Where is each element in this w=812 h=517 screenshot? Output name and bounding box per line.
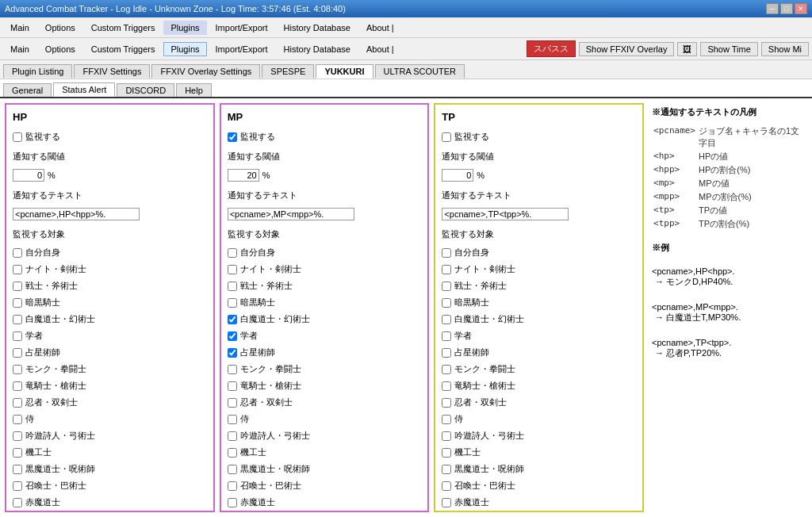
- info-panel: ※通知するテキストの凡例<pcname>ジョブ名＋キャラ名の1文字目<hp>HP…: [649, 103, 807, 512]
- tp-panel-target-checkbox-2[interactable]: [442, 281, 451, 291]
- menu-item-about[interactable]: About |: [359, 21, 401, 35]
- spas-button[interactable]: スパスス: [527, 40, 576, 57]
- menu-item-customtriggers[interactable]: Custom Triggers: [84, 21, 163, 35]
- sub-tab-help[interactable]: Help: [176, 83, 212, 97]
- tp-panel-target-checkbox-3[interactable]: [442, 298, 451, 308]
- nav-plugins[interactable]: Plugins: [163, 42, 206, 56]
- hp-panel-target-checkbox-8[interactable]: [13, 381, 22, 391]
- info-table-row: <hpp>HPの割合(%): [652, 163, 804, 177]
- tp-panel-target-checkbox-9[interactable]: [442, 398, 451, 408]
- mp-panel-target-row: 吟遊詩人・弓術士: [228, 430, 422, 442]
- plugin-tab-ffxiv-overlay-settings[interactable]: FFXIV Overlay Settings: [151, 64, 260, 79]
- menu-item-main[interactable]: Main: [3, 21, 36, 35]
- mp-panel-target-row: 暗黒騎士: [228, 297, 422, 308]
- mp-panel-target-checkbox-14[interactable]: [228, 481, 237, 491]
- plugin-tab-spespe[interactable]: SPESPE: [262, 64, 314, 79]
- hp-panel-notify-input[interactable]: [13, 208, 140, 220]
- hp-panel-target-checkbox-12[interactable]: [13, 448, 22, 458]
- tp-panel-target-checkbox-13[interactable]: [442, 465, 451, 474]
- nav-main[interactable]: Main: [3, 42, 36, 56]
- nav-options[interactable]: Options: [38, 42, 82, 56]
- tp-panel-notify-input[interactable]: [442, 208, 569, 220]
- nav-custom-triggers[interactable]: Custom Triggers: [84, 42, 163, 56]
- tp-panel-target-checkbox-15[interactable]: [442, 498, 451, 507]
- hp-panel-target-checkbox-0[interactable]: [13, 248, 22, 258]
- nav-about--[interactable]: About |: [359, 42, 401, 56]
- hp-panel-target-label-5: 学者: [25, 330, 43, 342]
- nav-import-export[interactable]: Import/Export: [209, 42, 275, 56]
- menu-item-historydatabase[interactable]: History Database: [277, 21, 358, 35]
- hp-panel-target-checkbox-5[interactable]: [13, 331, 22, 341]
- tp-panel-threshold-input[interactable]: [442, 169, 473, 182]
- hp-panel-target-checkbox-11[interactable]: [13, 431, 22, 441]
- info-title: ※通知するテキストの凡例: [652, 106, 804, 118]
- mp-panel-target-checkbox-13[interactable]: [228, 465, 237, 474]
- mp-panel-target-checkbox-7[interactable]: [228, 365, 237, 374]
- menu-item-options[interactable]: Options: [38, 21, 82, 35]
- mp-panel-target-label-9: 忍者・双剣士: [240, 396, 293, 408]
- tp-panel-target-checkbox-14[interactable]: [442, 481, 451, 491]
- hp-panel-target-checkbox-9[interactable]: [13, 398, 22, 408]
- hp-panel-monitor-checkbox[interactable]: [13, 132, 22, 142]
- tp-panel-target-checkbox-10[interactable]: [442, 415, 451, 424]
- mp-panel-target-checkbox-15[interactable]: [228, 498, 237, 507]
- nav-history-database[interactable]: History Database: [277, 42, 358, 56]
- sub-tab-discord[interactable]: DISCORD: [117, 83, 174, 97]
- mp-panel-target-checkbox-4[interactable]: [228, 315, 237, 324]
- tp-panel-target-checkbox-5[interactable]: [442, 331, 451, 341]
- tp-panel-target-checkbox-6[interactable]: [442, 348, 451, 358]
- show-mi-button[interactable]: Show Mi: [761, 42, 809, 56]
- mp-panel-target-label-11: 吟遊詩人・弓術士: [240, 430, 310, 442]
- tp-panel-target-checkbox-8[interactable]: [442, 381, 451, 391]
- mp-panel-target-checkbox-0[interactable]: [228, 248, 237, 258]
- sub-tab-status-alert[interactable]: Status Alert: [53, 82, 115, 97]
- show-ffxiv-button[interactable]: Show FFXIV Overlay: [579, 42, 675, 56]
- mp-panel-threshold-row: %: [228, 169, 422, 182]
- hp-panel-target-checkbox-6[interactable]: [13, 348, 22, 358]
- mp-panel-target-checkbox-8[interactable]: [228, 381, 237, 391]
- sub-tab-general[interactable]: General: [3, 83, 52, 97]
- mp-panel-target-checkbox-3[interactable]: [228, 298, 237, 308]
- import-icon-button[interactable]: 🖼: [677, 42, 697, 56]
- hp-panel-target-checkbox-10[interactable]: [13, 415, 22, 424]
- mp-panel-target-row: 侍: [228, 413, 422, 425]
- hp-panel-target-checkbox-2[interactable]: [13, 281, 22, 291]
- show-time-button[interactable]: Show Time: [700, 42, 757, 56]
- tp-panel-monitor-checkbox[interactable]: [442, 132, 451, 142]
- tp-panel-target-checkbox-0[interactable]: [442, 248, 451, 258]
- hp-panel-target-checkbox-7[interactable]: [13, 365, 22, 374]
- hp-panel-threshold-input[interactable]: [13, 169, 44, 182]
- minimize-button[interactable]: ─: [766, 3, 779, 14]
- mp-panel-target-checkbox-9[interactable]: [228, 398, 237, 408]
- hp-panel-target-checkbox-3[interactable]: [13, 298, 22, 308]
- plugin-tab-yukkuri[interactable]: YUKKURI: [316, 64, 373, 79]
- menu-item-plugins[interactable]: Plugins: [163, 21, 206, 35]
- tp-panel-target-checkbox-11[interactable]: [442, 431, 451, 441]
- tp-panel-target-checkbox-12[interactable]: [442, 448, 451, 458]
- tp-panel-target-label-2: 戦士・斧術士: [454, 280, 507, 292]
- close-button[interactable]: ✕: [795, 3, 807, 14]
- tp-panel-target-checkbox-4[interactable]: [442, 315, 451, 324]
- mp-panel-notify-input[interactable]: [228, 208, 354, 220]
- hp-panel-target-checkbox-1[interactable]: [13, 265, 22, 274]
- mp-panel-target-checkbox-5[interactable]: [228, 331, 237, 341]
- hp-panel-target-checkbox-4[interactable]: [13, 315, 22, 324]
- plugin-tab-ultra-scouter[interactable]: ULTRA SCOUTER: [375, 64, 465, 79]
- mp-panel-monitor-checkbox[interactable]: [228, 132, 237, 142]
- hp-panel-target-checkbox-13[interactable]: [13, 465, 22, 474]
- maximize-button[interactable]: □: [780, 3, 793, 14]
- mp-panel-target-checkbox-2[interactable]: [228, 281, 237, 291]
- mp-panel-target-checkbox-1[interactable]: [228, 265, 237, 274]
- menu-item-importexport[interactable]: Import/Export: [209, 21, 275, 35]
- hp-panel-target-checkbox-14[interactable]: [13, 481, 22, 491]
- tp-panel-target-checkbox-7[interactable]: [442, 365, 451, 374]
- mp-panel-target-checkbox-10[interactable]: [228, 415, 237, 424]
- mp-panel-target-checkbox-11[interactable]: [228, 431, 237, 441]
- mp-panel-threshold-input[interactable]: [228, 169, 259, 182]
- mp-panel-target-checkbox-6[interactable]: [228, 348, 237, 358]
- plugin-tab-plugin-listing[interactable]: Plugin Listing: [3, 64, 72, 79]
- tp-panel-target-checkbox-1[interactable]: [442, 265, 451, 274]
- hp-panel-target-checkbox-15[interactable]: [13, 498, 22, 507]
- plugin-tab-ffxiv-settings[interactable]: FFXIV Settings: [74, 64, 150, 79]
- mp-panel-target-checkbox-12[interactable]: [228, 448, 237, 458]
